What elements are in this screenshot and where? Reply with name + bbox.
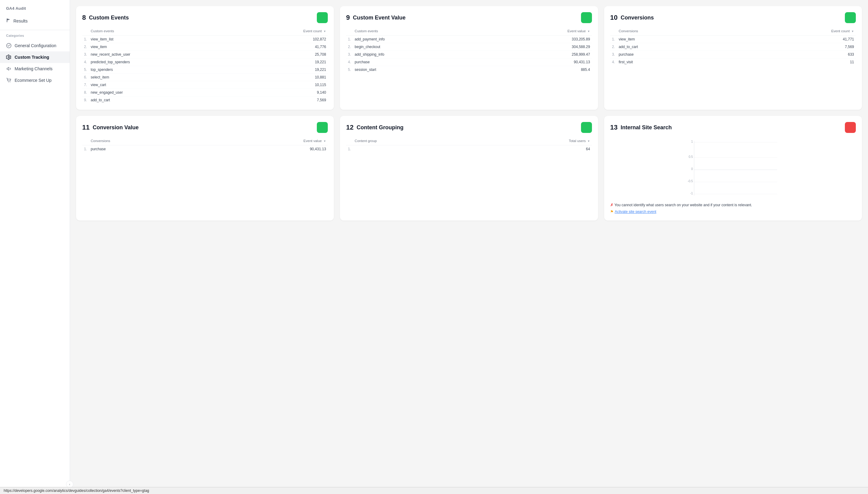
- categories-label: Categories: [0, 34, 70, 40]
- col1-11: Conversions: [89, 138, 201, 146]
- svg-text:0: 0: [691, 167, 693, 171]
- col1-9: Custom events: [353, 28, 487, 36]
- col2-9: Event value ▼: [487, 28, 592, 36]
- row-value: 9,140: [237, 89, 328, 96]
- row-name: add_payment_info: [353, 36, 487, 43]
- sidebar-divider: [0, 30, 70, 30]
- sidebar-item-custom[interactable]: Custom Tracking: [0, 52, 70, 63]
- card-table-8: Custom events Event count ▼ 1. view_item…: [82, 28, 328, 104]
- svg-text:0.5: 0.5: [688, 155, 693, 158]
- table-row: 1. view_item_list 102,872: [82, 36, 328, 43]
- chart-svg-13: 1 0.5 0 -0.5 -1: [610, 138, 856, 198]
- card-header-8: 8 Custom Events: [82, 12, 328, 23]
- custom-tracking-label: Custom Tracking: [15, 55, 49, 60]
- main-content: 8 Custom Events Custom events Event coun…: [70, 0, 868, 494]
- row-name: view_item: [89, 43, 237, 51]
- cart-icon: [6, 78, 12, 83]
- cards-grid: 8 Custom Events Custom events Event coun…: [76, 6, 862, 221]
- col1-12: Content group: [353, 138, 475, 146]
- error-x-icon: ✗: [610, 202, 613, 208]
- card-status-btn-12[interactable]: [581, 122, 592, 133]
- row-name: select_item: [89, 74, 237, 81]
- row-num: 3.: [610, 51, 617, 58]
- card-number-9: 9: [346, 14, 350, 22]
- row-value: 25,708: [237, 51, 328, 58]
- row-name: top_spenders: [89, 66, 237, 74]
- row-value: 90,431.13: [487, 58, 592, 66]
- megaphone-icon: [6, 66, 12, 72]
- row-num: 9.: [82, 96, 89, 104]
- row-name: predicted_top_spenders: [89, 58, 237, 66]
- svg-point-3: [10, 82, 10, 82]
- row-value: 633: [728, 51, 856, 58]
- card-header-left-11: 11 Conversion Value: [82, 124, 139, 131]
- card-title-8: Custom Events: [89, 15, 129, 21]
- activate-site-search-link[interactable]: Activate site search event: [615, 209, 657, 214]
- card-header-13: 13 Internal Site Search: [610, 122, 856, 133]
- card-title-11: Conversion Value: [93, 125, 138, 131]
- row-value: 41,776: [237, 43, 328, 51]
- results-link[interactable]: Results: [0, 16, 70, 26]
- row-num: 2.: [346, 43, 353, 51]
- col-num-12: [346, 138, 353, 146]
- sidebar-item-marketing[interactable]: Marketing Channels: [0, 63, 70, 75]
- row-name: view_cart: [89, 81, 237, 89]
- general-config-label: General Configuration: [15, 43, 56, 48]
- row-num: 4.: [82, 58, 89, 66]
- card-title-10: Conversions: [621, 15, 654, 21]
- row-value: 258,999.47: [487, 51, 592, 58]
- table-row: 1. purchase 90,431.13: [82, 146, 328, 153]
- row-num: 1.: [346, 36, 353, 43]
- row-name: view_item: [617, 36, 728, 43]
- card-status-btn-11[interactable]: [317, 122, 328, 133]
- row-value: 304,588.29: [487, 43, 592, 51]
- card-status-btn-13[interactable]: [845, 122, 856, 133]
- card-header-11: 11 Conversion Value: [82, 122, 328, 133]
- row-num: 1.: [82, 146, 89, 153]
- flag-icon: [6, 18, 11, 24]
- svg-text:-1: -1: [690, 192, 693, 195]
- row-value: 102,872: [237, 36, 328, 43]
- card-status-btn-10[interactable]: [845, 12, 856, 23]
- row-value: 10,881: [237, 74, 328, 81]
- row-value: 885.4: [487, 66, 592, 74]
- col2-10: Event count ▼: [728, 28, 856, 36]
- card-conversions: 10 Conversions Conversions Event count ▼…: [604, 6, 862, 110]
- warn-icon: ⚑: [610, 209, 613, 214]
- card-header-left-8: 8 Custom Events: [82, 14, 129, 22]
- sidebar-item-general[interactable]: General Configuration: [0, 40, 70, 52]
- row-name: add_to_cart: [617, 43, 728, 51]
- card-title-12: Content Grouping: [357, 125, 404, 131]
- table-row: 6. select_item 10,881: [82, 74, 328, 81]
- card-number-8: 8: [82, 14, 86, 22]
- ecommerce-label: Ecommerce Set Up: [15, 78, 52, 83]
- card-status-btn-8[interactable]: [317, 12, 328, 23]
- table-row: 1. add_payment_info 333,205.89: [346, 36, 592, 43]
- row-value: 41,771: [728, 36, 856, 43]
- col1-8: Custom events: [89, 28, 237, 36]
- row-name: purchase: [89, 146, 201, 153]
- sidebar-item-ecommerce[interactable]: Ecommerce Set Up: [0, 75, 70, 86]
- card-title-13: Internal Site Search: [621, 125, 672, 131]
- col-num-9: [346, 28, 353, 36]
- svg-text:1: 1: [691, 140, 693, 143]
- card-status-btn-9[interactable]: [581, 12, 592, 23]
- table-row: 3. new_recent_active_user 25,708: [82, 51, 328, 58]
- row-value: 19,221: [237, 66, 328, 74]
- svg-text:-0.5: -0.5: [687, 179, 693, 183]
- row-name: add_to_cart: [89, 96, 237, 104]
- url-bar: https://developers.google.com/analytics/…: [0, 487, 868, 494]
- check-circle-icon: [6, 43, 12, 49]
- error-message-13: ✗ You cannot identify what users search …: [610, 202, 856, 214]
- row-num: 5.: [346, 66, 353, 74]
- gear-icon: [6, 54, 12, 60]
- col2-8: Event count ▼: [237, 28, 328, 36]
- table-row: 4. predicted_top_spenders 19,221: [82, 58, 328, 66]
- row-name: new_engaged_user: [89, 89, 237, 96]
- table-row: 3. purchase 633: [610, 51, 856, 58]
- row-name: session_start: [353, 66, 487, 74]
- card-custom-event-value: 9 Custom Event Value Custom events Event…: [340, 6, 598, 110]
- row-num: 1.: [610, 36, 617, 43]
- row-num: 1.: [82, 36, 89, 43]
- table-row: 8. new_engaged_user 9,140: [82, 89, 328, 96]
